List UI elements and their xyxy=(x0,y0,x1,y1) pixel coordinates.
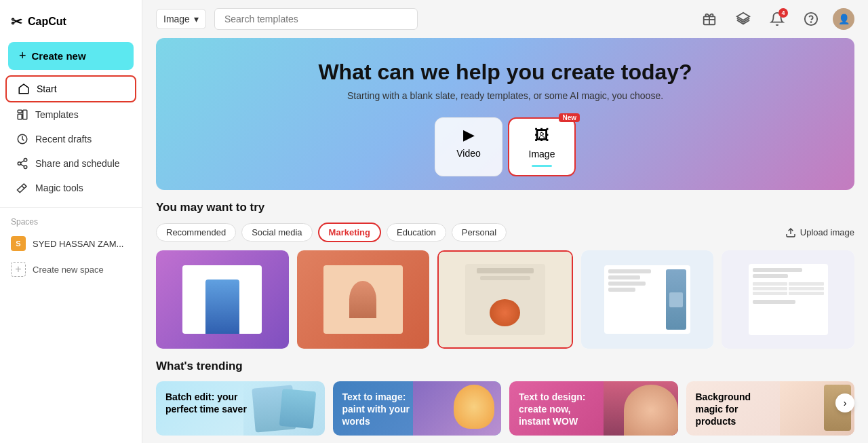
topbar-icons: 4 👤 xyxy=(697,7,854,31)
trending-grid: Batch edit: your perfect time saver Text… xyxy=(156,381,854,436)
logo-text: CapCut xyxy=(28,16,66,28)
search-input[interactable] xyxy=(214,8,418,30)
template-card-invoice[interactable]: Invoice xyxy=(722,250,854,349)
svg-rect-2 xyxy=(23,110,27,119)
video-tab-icon: ▶ xyxy=(463,126,475,144)
create-space-icon: + xyxy=(11,262,26,277)
template-card-flyer[interactable]: Flyer xyxy=(297,250,430,349)
clock-icon xyxy=(16,133,28,145)
svg-point-5 xyxy=(18,162,21,166)
notification-badge: 4 xyxy=(778,8,788,18)
svg-line-7 xyxy=(20,164,24,166)
user-avatar[interactable]: 👤 xyxy=(833,8,854,30)
gift-button[interactable] xyxy=(697,7,722,31)
upload-label: Upload image xyxy=(800,227,854,237)
hero-banner: What can we help you create today? Start… xyxy=(156,38,854,190)
sidebar-label-recent-drafts: Recent drafts xyxy=(35,134,92,145)
image-selector-label: Image xyxy=(163,14,190,24)
main-content: Image ▾ 4 👤 What can we help you create … xyxy=(142,0,868,443)
trending-card-text-to-design[interactable]: Text to design: create now, instant WOW xyxy=(509,381,678,436)
chip-social-media[interactable]: Social media xyxy=(241,223,312,242)
scroll-right-button[interactable]: › xyxy=(835,393,854,412)
logo-icon: ✂ xyxy=(11,14,22,30)
hero-subtitle: Starting with a blank slate, ready templ… xyxy=(170,90,841,101)
topbar: Image ▾ 4 👤 xyxy=(142,0,868,38)
spaces-label: Spaces xyxy=(0,214,142,231)
templates-section: You may want to try Recommended Social m… xyxy=(142,201,868,360)
home-icon xyxy=(18,83,30,95)
trending-section: What's trending Batch edit: your perfect… xyxy=(142,360,868,443)
hero-tabs: ▶ Video New 🖼 Image xyxy=(170,117,841,176)
sidebar-label-share-schedule: Share and schedule xyxy=(35,158,120,169)
trending-card-text-to-image[interactable]: Text to image: paint with your words xyxy=(333,381,502,436)
trending-label-text-to-image: Text to image: paint with your words xyxy=(342,391,424,428)
layers-button[interactable] xyxy=(731,7,755,31)
flyer-thumb xyxy=(297,250,430,349)
create-space-button[interactable]: + Create new space xyxy=(0,256,142,282)
trending-label-background-magic: Background magic for products xyxy=(696,391,777,428)
chevron-down-icon: ▾ xyxy=(194,14,199,24)
chip-marketing[interactable]: Marketing xyxy=(318,223,381,242)
hero-tab-image[interactable]: New 🖼 Image xyxy=(508,117,576,176)
sidebar-divider xyxy=(0,207,142,208)
layers-icon xyxy=(736,12,751,26)
invoice-thumb xyxy=(722,250,854,349)
menu-name: Menu xyxy=(439,347,572,349)
image-tab-icon: 🖼 xyxy=(534,127,549,145)
sidebar-item-templates[interactable]: Templates xyxy=(5,102,136,127)
svg-point-13 xyxy=(811,22,812,22)
template-grid: Poster Flyer xyxy=(156,250,854,349)
space-item[interactable]: S SYED HASSAN ZAM... xyxy=(0,231,142,256)
sidebar-item-start[interactable]: Start xyxy=(5,75,136,102)
sidebar-label-start: Start xyxy=(37,83,57,94)
svg-line-9 xyxy=(22,186,24,189)
video-tab-label: Video xyxy=(456,148,481,159)
space-name: SYED HASSAN ZAM... xyxy=(33,239,123,249)
svg-line-8 xyxy=(20,161,24,163)
image-selector[interactable]: Image ▾ xyxy=(156,9,206,29)
trending-label-text-to-design: Text to design: create now, instant WOW xyxy=(519,391,600,428)
template-card-email-header[interactable]: Email header xyxy=(581,250,714,349)
templates-title: You may want to try xyxy=(156,201,264,214)
svg-point-4 xyxy=(24,159,27,162)
trending-label-batch-edit: Batch edit: your perfect time saver xyxy=(165,391,247,415)
poster-thumb xyxy=(156,250,289,349)
help-button[interactable] xyxy=(799,7,823,31)
svg-rect-0 xyxy=(18,110,22,113)
magic-icon xyxy=(16,182,28,194)
upload-image-button[interactable]: Upload image xyxy=(785,227,854,238)
notification-button[interactable]: 4 xyxy=(765,7,789,31)
new-badge: New xyxy=(559,113,580,122)
template-card-menu[interactable]: Menu 21×29.7cm xyxy=(437,250,573,349)
svg-point-6 xyxy=(24,166,27,169)
chip-personal[interactable]: Personal xyxy=(452,223,507,242)
hero-title: What can we help you create today? xyxy=(170,60,841,85)
plus-icon: + xyxy=(19,49,26,63)
menu-thumb xyxy=(439,252,572,347)
image-tab-label: Image xyxy=(529,149,555,159)
trending-title: What's trending xyxy=(156,360,243,373)
create-new-button[interactable]: + Create new xyxy=(8,42,134,70)
email-thumb xyxy=(581,250,714,349)
create-new-label: Create new xyxy=(32,50,86,62)
sidebar-label-templates: Templates xyxy=(35,109,79,120)
sidebar-item-magic-tools[interactable]: Magic tools xyxy=(5,176,136,200)
share-icon xyxy=(16,157,28,170)
tab-underline xyxy=(532,165,552,167)
chip-education[interactable]: Education xyxy=(387,223,446,242)
hero-tab-video[interactable]: ▶ Video xyxy=(435,117,502,176)
sidebar-item-share-schedule[interactable]: Share and schedule xyxy=(5,151,136,176)
chip-recommended[interactable]: Recommended xyxy=(156,223,236,242)
sidebar-item-recent-drafts[interactable]: Recent drafts xyxy=(5,127,136,151)
svg-rect-1 xyxy=(18,114,22,119)
trending-card-background-magic[interactable]: Background magic for products xyxy=(686,381,855,436)
help-icon xyxy=(804,12,818,26)
sidebar-label-magic-tools: Magic tools xyxy=(35,182,83,193)
sidebar: ✂ CapCut + Create new Start Templates Re… xyxy=(0,0,142,443)
create-space-label: Create new space xyxy=(33,265,104,275)
trending-header: What's trending xyxy=(156,360,854,373)
gift-icon xyxy=(702,12,717,26)
trending-card-batch-edit[interactable]: Batch edit: your perfect time saver xyxy=(156,381,325,436)
template-card-poster[interactable]: Poster xyxy=(156,250,289,349)
templates-header: You may want to try xyxy=(156,201,854,214)
